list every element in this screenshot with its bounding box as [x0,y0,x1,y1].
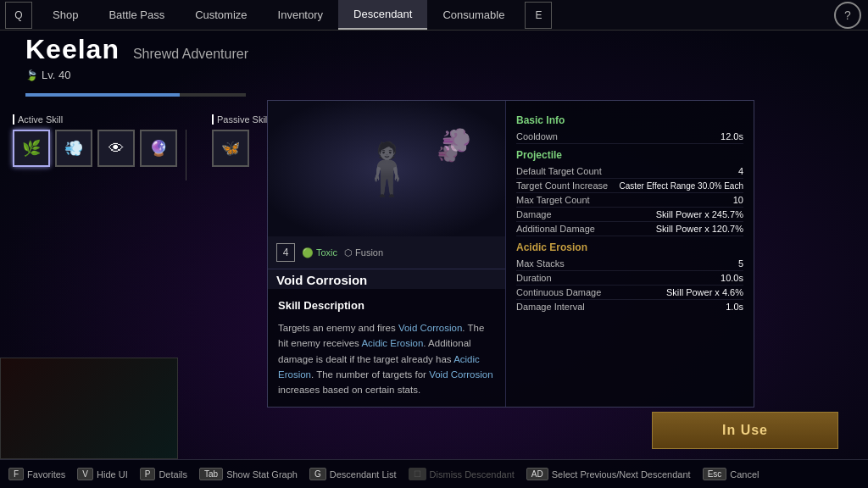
checkbox-dismiss: ☐ [409,468,426,480]
projectile-header: Projectile [516,149,743,161]
skill-icon-4[interactable]: 🔮 [140,130,177,167]
link-void-corrosion-2: Void Corrosion [429,369,492,380]
webcam-feed [1,358,177,458]
nav-shop[interactable]: Shop [37,0,93,30]
key-f: F [8,468,24,480]
nav-consumable[interactable]: Consumable [427,0,520,30]
e-key-icon[interactable]: E [525,2,552,29]
fusion-icon: ⬡ [344,247,353,258]
passive-skill-icons: 🦋 [212,130,270,167]
level-progress-bar [25,93,246,97]
action-select-prev-next: AD Select Previous/Next Descendant [526,468,691,480]
stat-duration: Duration 10.0s [516,271,743,286]
action-details: P Details [140,468,187,480]
webcam-overlay [0,358,178,459]
skill-description-title: Skill Description [278,297,495,315]
bottom-action-bar: F Favorites V Hide UI P Details Tab Show… [0,459,868,488]
stat-max-stacks: Max Stacks 5 [516,257,743,271]
skill-visual-panel: 🧍 💨 💨 4 🟢 Toxic ⬡ Fusion Void Corrosion … [268,101,505,407]
skill-icon-3[interactable]: 👁 [97,130,135,167]
active-skill-label: Active Skill [13,114,177,125]
nav-descendant[interactable]: Descendant [338,0,427,30]
skills-section: Active Skill 🌿 💨 👁 🔮 Passive Skill 🦋 [13,114,270,180]
skill-preview: 🧍 💨 💨 [268,101,505,236]
stat-damage-interval: Damage Interval 1.0s [516,300,743,313]
toxic-icon: 🟢 [302,247,314,258]
action-dismiss: ☐ Dismiss Descendant [409,468,515,480]
stat-damage: Damage Skill Power x 245.7% [516,208,743,222]
stat-continuous-damage: Continuous Damage Skill Power x 4.6% [516,286,743,300]
stat-additional-damage: Additional Damage Skill Power x 120.7% [516,222,743,236]
skill-number: 4 [276,243,295,262]
skill-description-text: Targets an enemy and fires Void Corrosio… [278,320,495,398]
link-void-corrosion-1: Void Corrosion [398,323,462,333]
stat-default-target: Default Target Count 4 [516,164,743,179]
stat-cooldown: Cooldown 12.0s [516,130,743,144]
level-bar-fill [25,93,180,97]
stat-target-count-increase: Target Count Increase Caster Effect Rang… [516,179,743,193]
action-hide-ui: V Hide UI [77,468,127,480]
key-p: P [140,468,156,480]
character-3d-preview: 🧍 [355,139,419,199]
key-tab: Tab [199,468,223,480]
action-show-stat-graph: Tab Show Stat Graph [199,468,298,480]
skill-stats-panel: Basic Info Cooldown 12.0s Projectile Def… [505,101,754,407]
active-skill-icons: 🌿 💨 👁 🔮 [13,130,177,167]
key-esc: Esc [703,468,727,480]
level-icon: 🍃 [25,69,38,81]
action-descendant-list: G Descendant List [309,468,397,480]
toxic-tag: 🟢 Toxic [302,247,337,258]
help-button[interactable]: ? [834,2,861,29]
character-name: Keelan [25,34,120,65]
nav-inventory[interactable]: Inventory [263,0,338,30]
top-navigation: Q Shop Battle Pass Customize Inventory D… [0,0,868,30]
skill-name-display: Void Corrosion [268,269,505,289]
skill-detail-panel: 🧍 💨 💨 4 🟢 Toxic ⬡ Fusion Void Corrosion … [267,100,754,408]
skill-description-area: Skill Description Targets an enemy and f… [268,289,505,407]
q-key-icon[interactable]: Q [5,2,32,29]
action-favorites: F Favorites [8,468,65,480]
skill-name-bar: 4 🟢 Toxic ⬡ Fusion [268,236,505,269]
character-header: Keelan Shrewd Adventurer 🍃 Lv. 40 [25,34,248,81]
key-ad: AD [526,468,548,480]
action-cancel: Esc Cancel [703,468,760,480]
acidic-header: Acidic Erosion [516,241,743,253]
nav-customize[interactable]: Customize [180,0,262,30]
passive-skill-label: Passive Skill [212,114,270,125]
skill-icon-2[interactable]: 💨 [55,130,92,167]
basic-info-header: Basic Info [516,114,743,126]
in-use-button[interactable]: In Use [652,412,838,449]
skill-effect-2: 💨 [437,143,459,164]
skill-icon-1[interactable]: 🌿 [13,130,50,167]
character-title: Shrewd Adventurer [133,47,248,62]
stat-max-target: Max Target Count 10 [516,193,743,208]
key-v: V [77,468,93,480]
nav-battle-pass[interactable]: Battle Pass [93,0,180,30]
key-g: G [309,468,326,480]
link-acidic-erosion-1: Acidic Erosion [361,338,423,348]
character-level: Lv. 40 [42,69,70,81]
passive-icon-1[interactable]: 🦋 [212,130,249,167]
skills-divider [186,130,186,180]
fusion-tag: ⬡ Fusion [344,247,383,258]
